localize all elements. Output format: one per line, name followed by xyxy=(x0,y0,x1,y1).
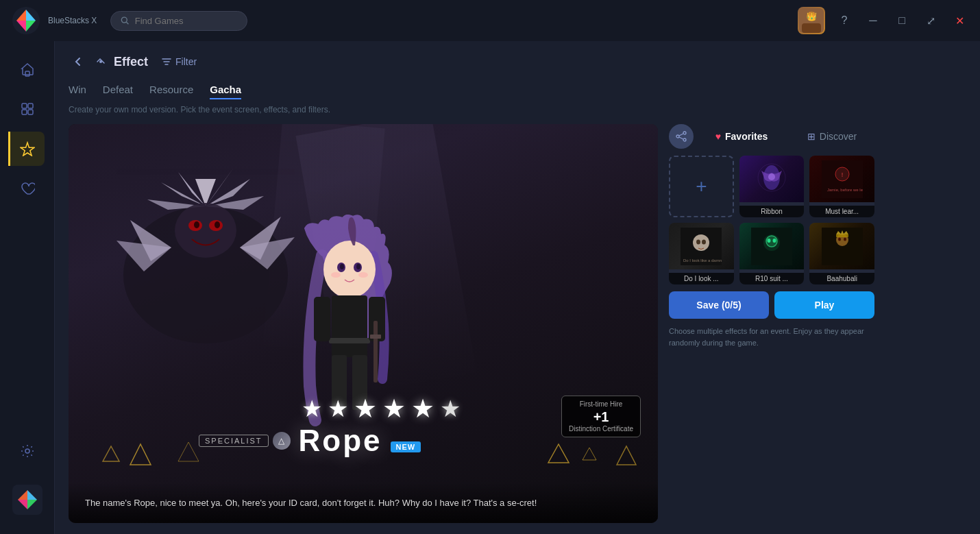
preview-background: ★ ★ ★ ★ ★ ★ SPECIALIST △ xyxy=(69,124,658,523)
svg-point-76 xyxy=(702,239,706,244)
card-mustlear-label: Must lear... xyxy=(809,206,874,217)
effect-card-r10[interactable]: R10 suit ... xyxy=(739,223,805,284)
svg-point-75 xyxy=(696,239,700,244)
sidebar-item-settings[interactable] xyxy=(10,434,45,468)
brand-label: BlueStacks X xyxy=(48,16,97,25)
close-button[interactable]: ✕ xyxy=(950,11,969,30)
svg-point-40 xyxy=(323,241,376,298)
svg-point-5 xyxy=(122,17,127,23)
sidebar xyxy=(0,41,55,534)
maximize-button[interactable]: □ xyxy=(892,11,911,30)
add-effect-card[interactable]: + xyxy=(669,156,734,217)
svg-point-85 xyxy=(838,237,841,241)
share-button[interactable] xyxy=(669,124,694,149)
tab-discover-panel[interactable]: ⊞ Discover xyxy=(789,125,874,147)
search-bar[interactable] xyxy=(110,11,247,31)
sidebar-item-apps[interactable] xyxy=(10,92,45,126)
class-icon-badge: △ xyxy=(273,432,291,450)
svg-point-61 xyxy=(683,132,686,134)
scene-container: ★ ★ ★ ★ ★ ★ SPECIALIST △ xyxy=(69,124,658,523)
character-name: Rope xyxy=(299,424,382,458)
hire-sub: Distinction Certificate xyxy=(569,425,633,433)
tab-win[interactable]: Win xyxy=(69,81,86,99)
tab-resource[interactable]: Resource xyxy=(149,81,193,99)
svg-point-31 xyxy=(175,203,236,258)
svg-rect-87 xyxy=(836,234,848,237)
card-dolook-label: Do I look ... xyxy=(669,273,734,284)
svg-point-43 xyxy=(340,264,344,269)
preview-subtitle: The name's Rope, nice to meet ya. Oh, he… xyxy=(69,483,658,523)
effects-cards-grid: + Ribbon xyxy=(669,156,874,284)
svg-point-46 xyxy=(358,272,368,278)
main-content-row: ★ ★ ★ ★ ★ ★ SPECIALIST △ xyxy=(69,124,966,523)
svg-rect-10 xyxy=(802,23,821,33)
svg-point-74 xyxy=(693,234,709,251)
svg-point-68 xyxy=(768,173,775,180)
tab-favorites-panel[interactable]: ♥ Favorites xyxy=(699,125,784,147)
svg-rect-47 xyxy=(332,295,367,357)
char-title-row: SPECIALIST △ Rope NEW xyxy=(199,424,421,458)
effect-card-mustlear[interactable]: ! Jamie, before we leave to go.. Must le… xyxy=(809,156,874,217)
sidebar-item-home[interactable] xyxy=(10,52,45,86)
action-buttons: Save (0/5) Play xyxy=(669,291,874,319)
titlebar-right: 👑 ? ─ □ ⤢ ✕ xyxy=(798,7,969,34)
panel-hint: Choose multiple effects for an event. En… xyxy=(669,326,874,348)
svg-rect-14 xyxy=(22,110,27,114)
right-panel: ♥ Favorites ⊞ Discover + xyxy=(669,124,874,523)
svg-point-81 xyxy=(767,239,770,243)
sidebar-item-favorites[interactable] xyxy=(10,171,45,206)
effect-card-dolook[interactable]: Do I look like a damn.. Do I look ... xyxy=(669,223,734,284)
svg-text:Do I look like a damn..: Do I look like a damn.. xyxy=(683,258,722,263)
discover-icon: ⊞ xyxy=(807,131,816,142)
tab-gacha[interactable]: Gacha xyxy=(210,81,241,99)
svg-point-22 xyxy=(99,60,102,63)
card-r10-label: R10 suit ... xyxy=(739,273,805,284)
panel-top-row: ♥ Favorites ⊞ Discover xyxy=(669,124,874,149)
svg-point-62 xyxy=(676,135,679,138)
avatar-button[interactable]: 👑 xyxy=(798,7,825,34)
svg-rect-13 xyxy=(28,104,33,108)
svg-text:Jamie, before we leave to go..: Jamie, before we leave to go.. xyxy=(827,188,863,192)
svg-line-65 xyxy=(679,137,683,139)
svg-rect-11 xyxy=(25,71,29,76)
restore-button[interactable]: ⤢ xyxy=(921,11,940,30)
page-title: Effect xyxy=(114,55,148,69)
stars-row: ★ ★ ★ ★ ★ ★ xyxy=(302,393,461,424)
search-icon xyxy=(121,16,129,25)
tab-defeat[interactable]: Defeat xyxy=(103,81,133,99)
svg-point-63 xyxy=(683,138,686,141)
effect-card-ribbon[interactable]: Ribbon xyxy=(739,156,805,217)
effect-card-baahubali[interactable]: Baahubali xyxy=(809,223,874,284)
hire-panel: First-time Hire +1 Distinction Certifica… xyxy=(561,396,641,437)
svg-rect-12 xyxy=(22,104,27,108)
minimize-button[interactable]: ─ xyxy=(863,11,883,30)
bluestacks-bottom-logo xyxy=(12,485,42,518)
svg-point-44 xyxy=(356,264,360,269)
hire-bonus: +1 xyxy=(569,409,633,425)
search-input[interactable] xyxy=(135,16,238,26)
main-layout: Effect Filter Win Defeat Resource Gacha … xyxy=(0,41,980,534)
new-badge: NEW xyxy=(391,441,421,452)
filter-icon xyxy=(162,57,171,66)
svg-line-64 xyxy=(679,134,683,136)
svg-rect-51 xyxy=(314,297,330,341)
card-ribbon-label: Ribbon xyxy=(739,206,805,217)
content-area: Effect Filter Win Defeat Resource Gacha … xyxy=(55,41,980,534)
play-button[interactable]: Play xyxy=(774,291,874,319)
back-button[interactable] xyxy=(69,52,88,71)
svg-point-34 xyxy=(194,221,199,228)
effect-icon xyxy=(95,56,107,68)
sidebar-item-effects[interactable] xyxy=(8,132,45,166)
help-button[interactable]: ? xyxy=(835,11,854,30)
heart-icon: ♥ xyxy=(715,131,721,142)
filter-button[interactable]: Filter xyxy=(155,53,204,70)
svg-point-16 xyxy=(25,449,29,453)
svg-point-86 xyxy=(844,237,846,241)
svg-point-45 xyxy=(331,272,341,278)
specialist-badge: SPECIALIST xyxy=(199,435,269,447)
svg-rect-15 xyxy=(28,110,33,114)
save-button[interactable]: Save (0/5) xyxy=(669,291,769,319)
game-preview: ★ ★ ★ ★ ★ ★ SPECIALIST △ xyxy=(69,124,658,523)
svg-rect-53 xyxy=(373,321,378,383)
svg-rect-54 xyxy=(370,335,381,339)
